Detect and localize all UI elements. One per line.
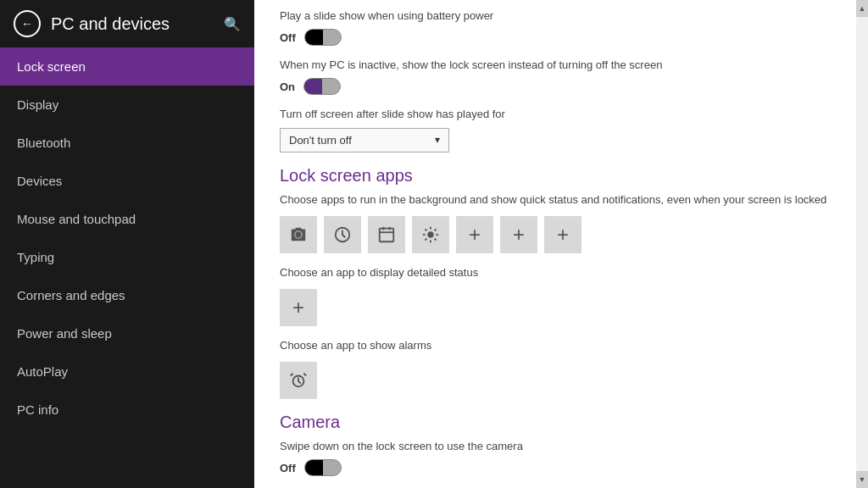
sidebar: ← PC and devices 🔍 Lock screenDisplayBlu… (0, 0, 254, 488)
app-icon-camera[interactable] (280, 216, 317, 253)
app-icon-weather[interactable] (412, 216, 449, 253)
alarms-icons-row (280, 362, 843, 399)
turn-off-screen-setting: Turn off screen after slide show has pla… (280, 107, 843, 152)
svg-line-14 (435, 229, 437, 230)
lock-screen-apps-icons-row: + + + (280, 216, 843, 253)
camera-icon (289, 225, 308, 244)
sidebar-item-power-sleep[interactable]: Power and sleep (0, 314, 254, 352)
turn-off-screen-desc: Turn off screen after slide show has pla… (280, 107, 843, 122)
turn-off-screen-dropdown-value: Don't turn off (289, 134, 352, 147)
sidebar-header: ← PC and devices 🔍 (0, 0, 254, 47)
svg-line-13 (425, 238, 426, 240)
detailed-status-desc: Choose an app to display detailed status (280, 265, 843, 280)
svg-line-11 (425, 229, 426, 230)
alarm-clock-icon (289, 371, 308, 390)
app-icon-add-1[interactable]: + (456, 216, 493, 253)
detailed-status-add-btn[interactable]: + (280, 289, 317, 326)
turn-off-screen-dropdown[interactable]: Don't turn off ▾ (280, 128, 449, 152)
chevron-down-icon: ▾ (435, 134, 440, 146)
lock-screen-apps-heading: Lock screen apps (280, 166, 843, 186)
alarms-setting: Choose an app to show alarms (280, 338, 843, 399)
camera-toggle-container: Off (280, 459, 843, 476)
calendar-icon (377, 225, 396, 244)
sidebar-item-corners-edges[interactable]: Corners and edges (0, 276, 254, 314)
detailed-status-setting: Choose an app to display detailed status… (280, 265, 843, 326)
camera-toggle-label: Off (280, 462, 296, 474)
app-icon-add-2[interactable]: + (500, 216, 537, 253)
scrollbar: ▲ ▼ (856, 0, 868, 488)
lock-screen-inactive-toggle-container: On (280, 78, 843, 95)
alarms-desc: Choose an app to show alarms (280, 338, 843, 353)
sun-icon (421, 225, 440, 244)
sidebar-item-bluetooth[interactable]: Bluetooth (0, 124, 254, 162)
lock-screen-inactive-desc: When my PC is inactive, show the lock sc… (280, 58, 843, 73)
svg-rect-2 (380, 228, 394, 241)
sidebar-item-mouse-touchpad[interactable]: Mouse and touchpad (0, 200, 254, 238)
clock-icon (333, 225, 352, 244)
camera-desc: Swipe down on the lock screen to use the… (280, 439, 843, 454)
slide-show-battery-desc: Play a slide show when using battery pow… (280, 8, 843, 24)
scroll-up-button[interactable]: ▲ (856, 0, 868, 17)
svg-line-16 (291, 374, 293, 376)
nav-menu: Lock screenDisplayBluetoothDevicesMouse … (0, 47, 254, 429)
svg-line-17 (303, 374, 306, 376)
slide-show-battery-setting: Play a slide show when using battery pow… (280, 8, 843, 46)
slide-show-battery-toggle-label: Off (280, 31, 296, 44)
search-button[interactable]: 🔍 (224, 16, 241, 32)
lock-screen-inactive-toggle-label: On (280, 80, 295, 93)
svg-line-12 (435, 238, 437, 240)
sidebar-title: PC and devices (51, 14, 214, 34)
camera-toggle[interactable] (304, 459, 342, 476)
sidebar-item-typing[interactable]: Typing (0, 238, 254, 276)
lock-screen-apps-desc: Choose apps to run in the background and… (280, 192, 843, 208)
main-content: Play a slide show when using battery pow… (254, 0, 868, 488)
alarms-clock-btn[interactable] (280, 362, 317, 399)
scroll-down-button[interactable]: ▼ (856, 471, 868, 488)
slide-show-battery-toggle[interactable] (304, 29, 342, 46)
svg-point-0 (295, 231, 301, 237)
lock-screen-inactive-setting: When my PC is inactive, show the lock sc… (280, 58, 843, 95)
app-icon-add-3[interactable]: + (544, 216, 581, 253)
back-button[interactable]: ← (14, 10, 41, 37)
app-icon-clock[interactable] (324, 216, 361, 253)
sidebar-item-lock-screen[interactable]: Lock screen (0, 47, 254, 86)
sidebar-item-pc-info[interactable]: PC info (0, 391, 254, 429)
camera-heading: Camera (280, 413, 843, 432)
app-icon-calendar[interactable] (368, 216, 405, 253)
slide-show-battery-toggle-container: Off (280, 29, 843, 46)
camera-setting: Swipe down on the lock screen to use the… (280, 439, 843, 476)
sidebar-item-display[interactable]: Display (0, 86, 254, 124)
lock-screen-inactive-toggle[interactable] (303, 78, 341, 95)
sidebar-item-devices[interactable]: Devices (0, 162, 254, 200)
svg-point-6 (427, 231, 433, 237)
sidebar-item-autoplay[interactable]: AutoPlay (0, 352, 254, 391)
detailed-status-icons-row: + (280, 289, 843, 326)
